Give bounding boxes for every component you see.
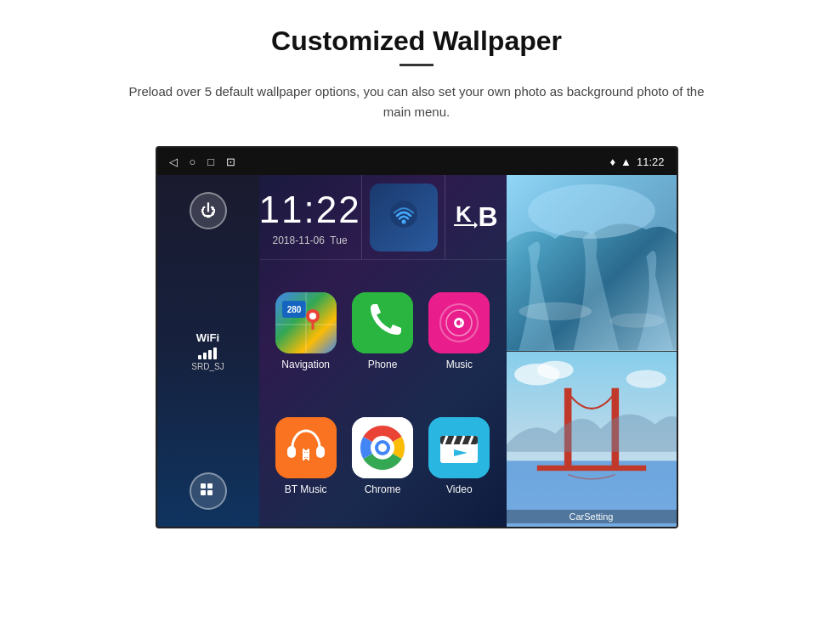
btmusic-label: BT Music (285, 483, 327, 495)
app-navigation[interactable]: 280 Navigation (268, 268, 344, 393)
video-label: Video (446, 483, 472, 495)
phone-icon (352, 292, 413, 353)
music-label: Music (446, 359, 473, 370)
carsetting-label: CarSetting (507, 510, 677, 523)
time-section: 11:22 2018-11-06 Tue (259, 175, 362, 259)
app-shortcuts: K B (445, 175, 506, 259)
phone-label: Phone (368, 359, 398, 370)
svg-point-15 (309, 313, 316, 319)
svg-rect-50 (536, 465, 645, 470)
status-bar-left: ◁ ○ □ ⊡ (169, 155, 236, 168)
wifi-bar-1 (198, 355, 201, 359)
left-sidebar: ⏻ WiFi SRD_SJ (157, 175, 259, 527)
apps-grid-icon (199, 482, 218, 500)
wifi-signal-icon: ▲ (620, 155, 632, 168)
power-icon: ⏻ (201, 202, 216, 220)
svg-point-52 (536, 360, 573, 378)
main-area: ⏻ WiFi SRD_SJ (157, 175, 677, 527)
btmusic-icon (275, 417, 337, 478)
wifi-ssid: SRD_SJ (191, 362, 224, 371)
home-icon[interactable]: ○ (190, 155, 196, 168)
app-music[interactable]: ♪ Music (421, 268, 497, 393)
screenshot-icon[interactable]: ⊡ (226, 155, 235, 168)
power-button[interactable]: ⏻ (190, 192, 227, 229)
widget-section (362, 175, 446, 259)
video-icon (428, 417, 490, 478)
recents-icon[interactable]: □ (207, 155, 214, 168)
svg-point-31 (378, 443, 387, 452)
app-grid: 280 Navigation (259, 260, 507, 527)
wifi-bar-2 (203, 353, 207, 359)
svg-rect-25 (287, 446, 296, 458)
status-bar: ◁ ○ □ ⊡ ♦ ▲ 11:22 (157, 148, 677, 175)
svg-rect-17 (352, 292, 413, 353)
wifi-bar-3 (208, 350, 212, 359)
top-info-bar: 11:22 2018-11-06 Tue (259, 175, 507, 260)
page-container: Customized Wallpaper Preload over 5 defa… (0, 0, 833, 528)
svg-text:280: 280 (286, 305, 301, 314)
device-frame: ◁ ○ □ ⊡ ♦ ▲ 11:22 ⏻ WiFi (156, 146, 678, 528)
location-icon: ♦ (609, 155, 615, 168)
svg-rect-1 (207, 483, 212, 489)
app-btmusic[interactable]: BT Music (268, 393, 344, 518)
apps-button[interactable] (190, 472, 227, 510)
svg-point-5 (401, 219, 405, 223)
clock-date: 2018-11-06 Tue (273, 234, 348, 246)
wifi-label: WiFi (191, 331, 224, 344)
wifi-bar-4 (213, 347, 217, 359)
shortcut-b[interactable]: B (478, 201, 497, 233)
wifi-cast-icon (387, 197, 421, 238)
svg-rect-0 (201, 483, 206, 489)
svg-rect-26 (316, 446, 325, 458)
wifi-widget[interactable] (370, 184, 438, 251)
right-wallpaper-panels: CarSetting (507, 175, 677, 527)
chrome-label: Chrome (365, 483, 401, 495)
clock-time: 11:22 (259, 189, 361, 231)
svg-text:K: K (456, 201, 472, 227)
music-icon: ♪ (428, 292, 490, 353)
svg-point-53 (626, 370, 666, 387)
chrome-icon (352, 417, 413, 478)
center-content: 11:22 2018-11-06 Tue (259, 175, 507, 527)
wifi-bars (191, 347, 224, 359)
app-chrome[interactable]: Chrome (344, 393, 421, 518)
app-phone[interactable]: Phone (344, 268, 421, 393)
wifi-section: WiFi SRD_SJ (191, 331, 224, 371)
svg-rect-24 (275, 417, 337, 478)
svg-point-42 (518, 302, 592, 320)
svg-rect-3 (207, 490, 212, 495)
back-icon[interactable]: ◁ (169, 155, 178, 168)
shortcut-k[interactable]: K (454, 201, 478, 233)
status-time: 11:22 (637, 155, 665, 168)
wallpaper-bridge[interactable]: CarSetting (507, 351, 677, 528)
svg-rect-2 (201, 490, 206, 495)
title-divider (400, 64, 434, 66)
navigation-icon: 280 (275, 292, 337, 353)
svg-text:♪: ♪ (456, 313, 464, 331)
svg-point-43 (609, 314, 664, 328)
page-title: Customized Wallpaper (271, 25, 562, 57)
status-bar-right: ♦ ▲ 11:22 (609, 155, 664, 168)
page-subtitle: Preload over 5 default wallpaper options… (128, 82, 706, 122)
navigation-label: Navigation (281, 359, 330, 370)
wallpaper-ice-cave[interactable] (507, 175, 677, 351)
app-video[interactable]: Video (421, 393, 497, 518)
